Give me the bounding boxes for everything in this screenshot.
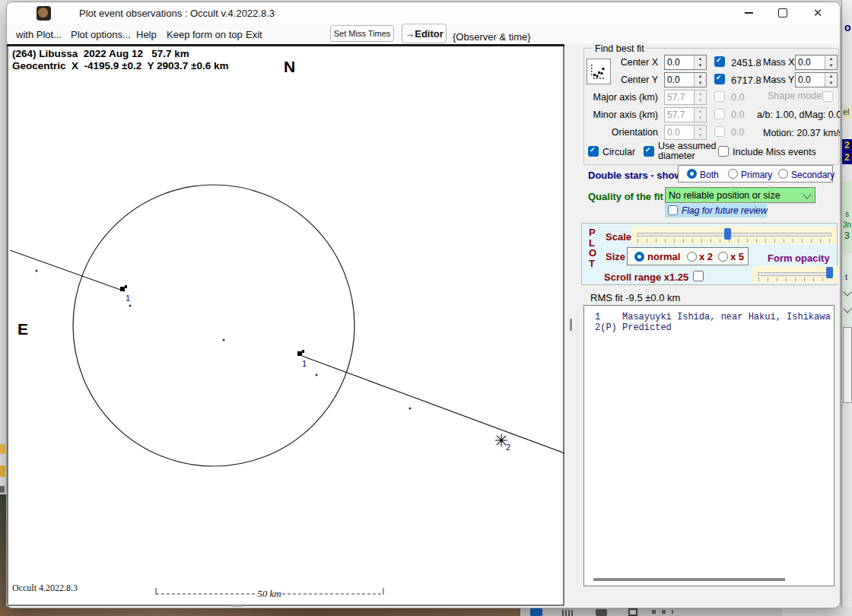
double-both-radio[interactable] <box>687 169 697 179</box>
taskbar-grid-icon[interactable] <box>562 610 574 616</box>
scroll-range-label: Scroll range x1.25 <box>604 271 688 283</box>
flag-review-label: Flag for future review <box>682 205 768 216</box>
folder-icon[interactable] <box>0 444 5 454</box>
maximize-button[interactable] <box>771 5 794 21</box>
flag-review-checkbox[interactable] <box>668 205 678 215</box>
close-button[interactable]: ✕ <box>806 5 829 21</box>
spinner-buttons[interactable] <box>694 56 706 69</box>
spinner-down-icon <box>695 115 706 122</box>
include-miss-checkbox[interactable] <box>718 146 729 157</box>
folder-icon[interactable] <box>0 465 5 477</box>
spinner-up-icon[interactable] <box>695 73 706 80</box>
size-normal-label: normal <box>647 251 680 262</box>
plot-border <box>8 46 564 605</box>
spinner-up-icon[interactable] <box>825 73 837 80</box>
background-window-strip[interactable]: o el 2 2 s 3n 3 t <box>841 0 852 607</box>
spinner-buttons[interactable] <box>694 73 706 87</box>
bgwin-blue-fragment: 2 2 <box>842 139 852 164</box>
quality-label: Quality of the fit <box>588 191 663 202</box>
center-y-value[interactable]: 0.0 <box>665 73 694 87</box>
double-primary-radio[interactable] <box>728 169 738 179</box>
center-y-label: Center Y <box>597 75 658 85</box>
observers-listbox[interactable]: 1 Masayuyki Ishida, near Hakui, Ishikawa… <box>583 305 835 586</box>
center-x-spinner[interactable]: 0.0 <box>664 55 707 70</box>
menu-exit[interactable]: Exit <box>246 29 262 40</box>
close-icon: ✕ <box>813 6 823 20</box>
fit-x-checkbox[interactable] <box>714 56 725 67</box>
chevron-down-icon <box>843 304 851 313</box>
use-assumed-checkbox[interactable] <box>644 146 654 157</box>
mass-y-label: Mass Y <box>763 75 794 85</box>
orientation-label: Orientation <box>582 127 658 138</box>
minimize-button[interactable] <box>737 5 760 21</box>
chevron-down-icon <box>803 190 811 198</box>
taskbar-dots-icon[interactable] <box>652 610 673 614</box>
resize-grip[interactable] <box>231 605 242 607</box>
set-miss-times-button[interactable]: Set Miss Times <box>330 25 394 42</box>
double-secondary-label: Secondary <box>791 170 835 180</box>
bgwin-text-fragment: t <box>845 272 847 281</box>
taskbar-app-icon[interactable] <box>530 608 542 616</box>
scroll-range-checkbox[interactable] <box>693 271 704 281</box>
spinner-down-icon[interactable] <box>695 62 706 69</box>
fit-x-value: 2451.8 <box>731 57 761 68</box>
menu-help[interactable]: Help <box>136 29 157 40</box>
circular-checkbox[interactable] <box>588 146 599 157</box>
plot-settings-panel: P L O T Scale Size normal x 2 x 5 Form o… <box>581 223 838 285</box>
horizontal-scrollbar[interactable] <box>593 578 785 581</box>
menu-plot-options[interactable]: Plot options... <box>71 29 131 40</box>
slider-thumb[interactable] <box>826 267 833 278</box>
spinner-buttons[interactable] <box>825 73 837 87</box>
bgwin-text-fragment: 3n <box>843 221 851 229</box>
mass-y-value[interactable]: 0.0 <box>796 73 825 87</box>
mass-x-spinner[interactable]: 0.0 <box>795 55 838 70</box>
editor-button[interactable]: →Editor <box>402 24 447 43</box>
center-y-spinner[interactable]: 0.0 <box>664 72 707 87</box>
center-dot <box>223 339 225 341</box>
fit-y-checkbox[interactable] <box>714 74 725 84</box>
bgwin-text-fragment: o <box>844 21 851 33</box>
plot-letter: L <box>589 238 596 249</box>
taskbar-app-icon[interactable] <box>628 608 637 616</box>
minimize-icon <box>745 12 753 13</box>
observer-row[interactable]: 1 Masayuyki Ishida, near Hakui, Ishikawa <box>595 312 831 322</box>
titlebar[interactable]: Plot event observations : Occult v.4.202… <box>7 2 840 24</box>
size-x5-radio[interactable] <box>718 252 728 262</box>
major-axis-checkbox <box>714 91 725 102</box>
app-icon <box>37 6 51 21</box>
taskbar-app-icon[interactable] <box>596 609 607 616</box>
spinner-down-icon[interactable] <box>695 80 706 87</box>
spinner-down-icon[interactable] <box>825 62 837 69</box>
double-stars-label: Double stars - show <box>588 170 682 181</box>
size-x2-radio[interactable] <box>687 252 697 262</box>
spinner-down-icon[interactable] <box>825 80 837 87</box>
bgwin-box-fragment <box>843 327 852 403</box>
mass-y-spinner[interactable]: 0.0 <box>795 72 838 87</box>
spinner-buttons[interactable] <box>825 56 837 69</box>
slider-track <box>758 272 832 276</box>
minor-axis-cb-value: 0.0 <box>731 110 744 120</box>
compass-north: N <box>284 58 295 76</box>
spinner-up-icon[interactable] <box>825 56 837 62</box>
menu-with-plot[interactable]: with Plot... <box>16 29 62 40</box>
include-miss-label: Include Miss events <box>733 147 816 157</box>
slider-thumb[interactable] <box>724 228 731 240</box>
double-secondary-radio[interactable] <box>778 169 788 179</box>
center-x-value[interactable]: 0.0 <box>665 56 694 69</box>
plot-canvas[interactable]: 1 1 2 50 km (264) Libussa 2022 Aug 12 57… <box>7 44 564 607</box>
spinner-up-icon[interactable] <box>695 56 706 62</box>
desktop-photo-fragment <box>0 494 6 616</box>
quality-dropdown[interactable]: No reliable position or size <box>665 187 815 203</box>
occult-plot-window: Plot event observations : Occult v.4.202… <box>6 2 841 608</box>
scale-slider[interactable] <box>631 227 837 244</box>
mass-x-value[interactable]: 0.0 <box>796 56 825 69</box>
splitter-handle[interactable] <box>570 319 572 331</box>
major-axis-cb-value: 0.0 <box>731 92 744 103</box>
observer-row[interactable]: 2(P) Predicted <box>595 322 672 333</box>
size-normal-radio[interactable] <box>634 252 644 262</box>
minor-axis-value: 57.7 <box>665 108 694 122</box>
form-opacity-slider[interactable] <box>752 266 838 283</box>
menu-keep-on-top[interactable]: Keep form on top <box>167 29 243 40</box>
plot-header-line1: (264) Libussa 2022 Aug 12 57.7 km <box>12 48 189 59</box>
orientation-value: 0.0 <box>665 125 694 139</box>
